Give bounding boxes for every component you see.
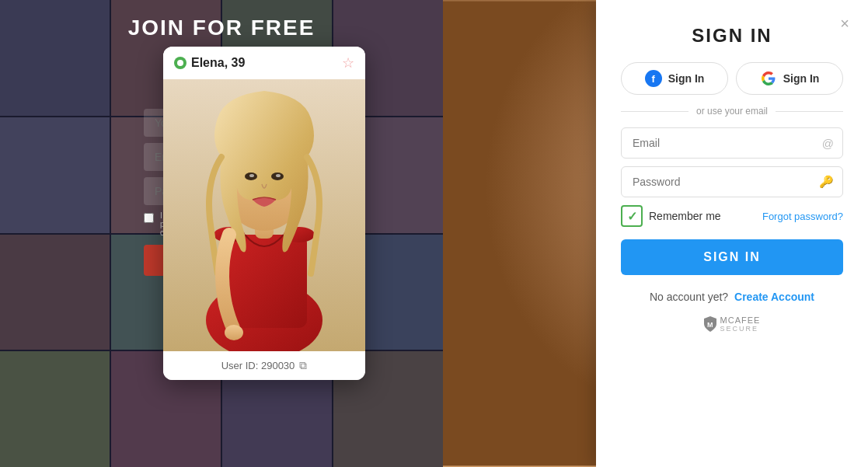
profile-photo	[163, 79, 365, 351]
profile-footer: User ID: 290030 ⧉	[163, 351, 365, 380]
password-input[interactable]	[621, 166, 843, 197]
google-signin-label: Sign In	[783, 72, 820, 85]
svg-point-16	[225, 325, 243, 340]
google-signin-button[interactable]: Sign In	[736, 62, 843, 95]
profile-photo-svg	[163, 79, 365, 351]
check-mark-icon: ✓	[627, 209, 637, 224]
password-input-wrapper: 🔑	[621, 166, 843, 197]
key-icon: 🔑	[819, 175, 834, 189]
profile-card: Elena, 39 ☆	[163, 47, 365, 380]
email-input[interactable]	[621, 127, 843, 159]
copy-icon[interactable]: ⧉	[299, 359, 307, 372]
fb-signin-label: Sign In	[668, 72, 705, 85]
no-account-label: No account yet?	[650, 291, 728, 303]
terms-checkbox[interactable]	[144, 213, 154, 223]
mcafee-secure-text: SECURE	[720, 325, 761, 333]
forgot-password-link[interactable]: Forgot password?	[762, 211, 843, 222]
profile-name: Elena, 39	[174, 56, 245, 70]
mcafee-footer: M McAfee SECURE	[704, 315, 761, 333]
fb-icon: f	[645, 70, 662, 87]
divider-text: or use your email	[696, 106, 768, 117]
mcafee-brand: McAfee SECURE	[720, 315, 761, 333]
remember-checkbox[interactable]: ✓	[621, 205, 643, 227]
social-signin-buttons: f Sign In Sign In	[621, 62, 843, 95]
email-icon: @	[822, 137, 834, 150]
profile-name-text: Elena, 39	[191, 56, 245, 70]
join-title: JOIN FOR FREE	[128, 16, 315, 40]
favorite-star-icon[interactable]: ☆	[342, 54, 354, 71]
no-account-row: No account yet? Create Account	[650, 291, 814, 303]
online-indicator	[174, 57, 186, 69]
mcafee-shield-icon: M	[704, 316, 716, 332]
divider-line-left	[621, 111, 688, 112]
signin-title: SIGN IN	[692, 25, 772, 47]
profile-card-header: Elena, 39 ☆	[163, 47, 365, 79]
google-icon	[760, 70, 777, 87]
svg-text:M: M	[707, 321, 713, 329]
create-account-link[interactable]: Create Account	[734, 291, 814, 303]
divider-line-right	[776, 111, 843, 112]
signin-button[interactable]: SIGN IN	[621, 239, 843, 275]
svg-point-14	[249, 174, 254, 177]
remember-left: ✓ Remember me	[621, 205, 721, 227]
divider-row: or use your email	[621, 106, 843, 117]
remember-me-label: Remember me	[649, 210, 721, 222]
close-button[interactable]: ×	[834, 12, 856, 34]
mcafee-logo: M McAfee SECURE	[704, 315, 761, 333]
facebook-signin-button[interactable]: f Sign In	[621, 62, 728, 95]
svg-point-15	[276, 174, 281, 177]
mcafee-name: McAfee	[720, 315, 761, 325]
remember-row: ✓ Remember me Forgot password?	[621, 205, 843, 227]
user-id-text: User ID: 290030	[221, 360, 295, 371]
signin-modal: × SIGN IN f Sign In Sign In or use your …	[596, 0, 868, 467]
email-input-wrapper: @	[621, 127, 843, 159]
